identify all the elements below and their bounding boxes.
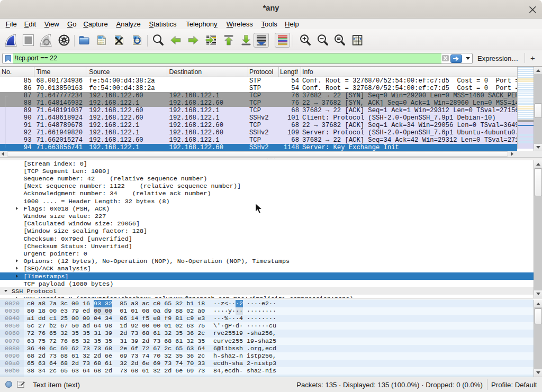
svg-text:0111: 0111 bbox=[98, 42, 104, 45]
